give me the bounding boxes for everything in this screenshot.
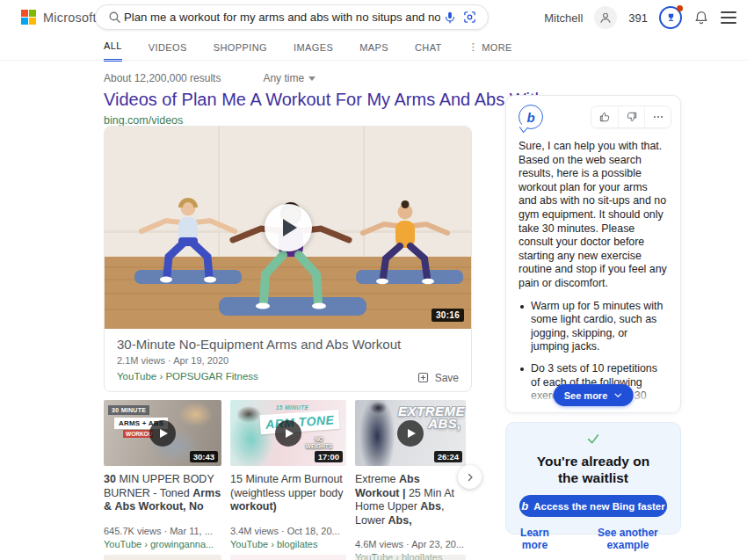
play-button[interactable] (275, 420, 301, 447)
chat-header: b (506, 96, 680, 129)
thumbs-up-icon (598, 111, 611, 123)
more-dots-icon: ⋮ (468, 42, 478, 52)
search-box[interactable] (95, 4, 489, 30)
play-button[interactable] (265, 204, 312, 251)
video-2-thumbnail[interactable]: 15 MINUTE ARM TONE NO WEIGHTS 17:00 (230, 400, 346, 466)
learn-more-link[interactable]: Learn more (506, 527, 563, 551)
bell-icon[interactable] (693, 10, 709, 25)
video-1-duration-badge: 30:43 (190, 451, 218, 462)
checkmark-icon (586, 432, 600, 446)
carousel-video-1: 30 MINUTE ARMS + ABS WORKOUT 30:43 30 MI… (104, 400, 221, 560)
notification-dot (677, 5, 683, 11)
cutoff-thumbnail (104, 555, 221, 560)
tab-videos[interactable]: VIDEOS (149, 40, 187, 62)
chevron-down-icon (613, 390, 622, 400)
thumbs-down-icon (626, 111, 638, 123)
account-area: Mitchell 391 (544, 6, 736, 29)
video-2-source[interactable]: YouTube › blogilates (230, 539, 346, 549)
chevron-down-icon (308, 76, 315, 81)
waitlist-links: Learn more See another example (506, 527, 680, 551)
tab-more[interactable]: ⋮ MORE (468, 40, 512, 62)
tab-all[interactable]: ALL (104, 40, 122, 62)
microsoft-logo-icon (21, 10, 36, 25)
play-button[interactable] (397, 420, 424, 447)
video-1-title[interactable]: 30 MIN UPPER BODY BURNER - Toned Arms & … (104, 473, 221, 514)
see-another-example-link[interactable]: See another example (576, 527, 680, 551)
see-more-button[interactable]: See more (554, 384, 634, 406)
tab-chat[interactable]: CHAT (415, 40, 442, 62)
bing-chat-answer-card: b Su (505, 95, 681, 413)
ellipsis-icon (652, 111, 664, 123)
play-icon (283, 219, 297, 236)
play-icon (160, 429, 168, 438)
video-3-views: 4.6M views · Apr 23, 20... (355, 539, 466, 549)
result-heading-link[interactable]: Videos of Plan Me A Workout For My Arms … (104, 90, 564, 110)
video-1-views: 645.7K views · Mar 11, ... (104, 526, 221, 536)
main-video-meta: 2.1M views · Apr 19, 2020 (117, 355, 459, 366)
video-duration-badge: 30:16 (432, 309, 464, 322)
avatar[interactable] (594, 6, 617, 29)
microphone-icon[interactable] (440, 8, 460, 27)
feedback-toolbar (591, 105, 671, 128)
video-3-duration-badge: 26:24 (434, 451, 462, 462)
video-3-title[interactable]: Extreme Abs Workout | 25 Min At Home Upp… (355, 473, 466, 527)
play-button[interactable] (149, 420, 176, 447)
search-input[interactable] (124, 11, 440, 24)
results-count: About 12,200,000 results (104, 72, 221, 84)
chat-answer-body: Sure, I can help you with that. Based on… (506, 129, 680, 413)
top-bar: Microsoft Bing (0, 0, 747, 35)
tab-maps[interactable]: MAPS (359, 40, 388, 62)
access-bing-faster-button[interactable]: b Access the new Bing faster (519, 495, 667, 517)
bing-search-page: Microsoft Bing (0, 0, 747, 560)
rewards-points[interactable]: 391 (628, 11, 648, 25)
divider (0, 60, 747, 61)
main-video-title[interactable]: 30-Minute No-Equipment Arms and Abs Work… (117, 337, 459, 352)
cutoff-thumbnail (230, 555, 346, 560)
cutoff-thumbnail (355, 555, 466, 560)
carousel-video-2: 15 MINUTE ARM TONE NO WEIGHTS 17:00 15 M… (230, 400, 346, 560)
main-video-source[interactable]: YouTube › POPSUGAR Fitness (117, 371, 459, 382)
chat-bullet: Warm up for 5 minutes with some light ca… (519, 300, 668, 354)
carousel-next-button[interactable] (458, 465, 482, 489)
chevron-right-icon (465, 472, 475, 483)
bing-b-icon: b (521, 499, 528, 513)
rewards-badge-icon[interactable] (659, 6, 682, 29)
visual-search-icon[interactable] (460, 8, 479, 27)
results-bar: About 12,200,000 results Any time (104, 72, 315, 84)
save-plus-icon (417, 371, 430, 384)
main-video-info: 30-Minute No-Equipment Arms and Abs Work… (105, 329, 471, 392)
video-2-views: 3.4M views · Oct 18, 20... (230, 526, 346, 536)
video-1-thumbnail[interactable]: 30 MINUTE ARMS + ABS WORKOUT 30:43 (104, 400, 221, 466)
save-button[interactable]: Save (417, 371, 459, 384)
video-3-thumbnail[interactable]: EXTREME ABS, 26:24 (355, 400, 466, 466)
result-url: bing.com/videos (104, 114, 183, 127)
video-2-title[interactable]: 15 Minute Arm Burnout (weightless upper … (230, 473, 346, 514)
main-video-card: 30:16 30-Minute No-Equipment Arms and Ab… (104, 126, 472, 392)
search-icon (105, 8, 124, 27)
thumbs-down-button[interactable] (618, 106, 644, 127)
search-tabs: ALL VIDEOS SHOPPING IMAGES MAPS CHAT ⋮ M… (104, 40, 512, 62)
video-1-overlay-label: WORKOUT (123, 430, 153, 438)
time-filter-dropdown[interactable]: Any time (263, 72, 315, 84)
tab-images[interactable]: IMAGES (294, 40, 333, 62)
video-1-source[interactable]: YouTube › growinganna... (104, 539, 221, 549)
main-video-thumbnail[interactable]: 30:16 (105, 127, 471, 329)
play-icon (286, 429, 294, 438)
play-icon (408, 429, 416, 438)
waitlist-title: You're already on the waitlist (506, 453, 680, 486)
video-1-overlay-label: 30 MINUTE (108, 405, 149, 415)
user-name[interactable]: Mitchell (544, 11, 583, 25)
waitlist-card: You're already on the waitlist b Access … (505, 422, 681, 535)
video-2-duration-badge: 17:00 (315, 451, 343, 462)
video-carousel: 30 MINUTE ARMS + ABS WORKOUT 30:43 30 MI… (104, 400, 466, 560)
thumbs-up-button[interactable] (591, 106, 618, 127)
carousel-video-3: EXTREME ABS, 26:24 Extreme Abs Workout |… (355, 400, 466, 560)
tab-shopping[interactable]: SHOPPING (214, 40, 267, 62)
more-options-button[interactable] (644, 106, 671, 127)
hamburger-menu-icon[interactable] (721, 11, 736, 24)
video-2-overlay-label: 15 MINUTE (276, 404, 309, 411)
bing-chat-icon: b (519, 105, 543, 129)
chat-paragraph: Sure, I can help you with that. Based on… (519, 140, 668, 291)
video-2-overlay-label: NO WEIGHTS (304, 436, 334, 450)
